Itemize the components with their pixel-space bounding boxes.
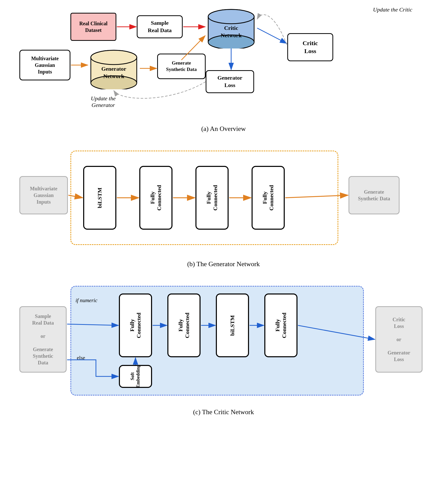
generator-loss-box: GeneratorLoss [206,70,254,93]
biLSTM-box-c: biLSTM [216,293,249,357]
fc3-box-b: FullyConnected [252,166,285,230]
svg-point-5 [208,9,254,24]
multivariate-gaussian-box-b: MultivariateGaussianInputs [19,176,68,214]
fc1-box-b: FullyConnected [139,166,172,230]
critic-loss-box-a: CriticLoss [287,33,333,61]
svg-point-11 [91,50,137,65]
soft-embedding-box: SoftEmbedding [119,365,152,388]
update-generator-label: Update theGenerator [91,95,116,108]
diagram-b-inner: MultivariateGaussianInputs biLSTM FullyC… [19,143,428,258]
diagram-c-inner: SampleReal DataorGenerateSyntheticData i… [19,281,428,406]
fc1-box-c: FullyConnected [119,293,152,357]
diagram-a: Update the Critic Real ClinicalDataset S… [10,5,437,138]
critic-input-box: SampleReal DataorGenerateSyntheticData [19,306,67,373]
multivariate-gaussian-box-a: MultivariateGaussianInputs [19,50,70,80]
diagram-c: SampleReal DataorGenerateSyntheticData i… [10,281,437,424]
real-clinical-dataset-box: Real ClinicalDataset [70,13,116,41]
biLSTM-box-b: biLSTM [83,166,116,230]
else-label: else [77,355,85,361]
main-container: Update the Critic Real ClinicalDataset S… [0,0,447,431]
svg-line-21 [257,28,287,43]
diagram-c-caption: (c) The Critic Network [10,408,437,416]
if-numeric-label: if numeric [76,297,97,304]
fc2-box-b: FullyConnected [195,166,229,230]
generate-synthetic-box-a: GenerateSynthetic Data [157,54,206,79]
generator-network-cylinder: GeneratorNetwork [88,48,139,89]
fc3-box-c: FullyConnected [264,293,297,357]
diagram-a-inner: Update the Critic Real ClinicalDataset S… [19,5,428,122]
fc2-box-c: FullyConnected [167,293,201,357]
critic-output-box: CriticLossorGeneratorLoss [375,306,423,373]
update-critic-label: Update the Critic [373,6,412,13]
sample-real-data-box: SampleReal Data [137,15,183,38]
diagram-b: MultivariateGaussianInputs biLSTM FullyC… [10,143,437,276]
diagram-b-caption: (b) The Generator Network [10,260,437,268]
diagram-a-caption: (a) An Overview [10,125,437,133]
generate-synthetic-box-b: GenerateSynthetic Data [349,176,400,214]
critic-network-cylinder: CriticNetwork [206,8,257,48]
